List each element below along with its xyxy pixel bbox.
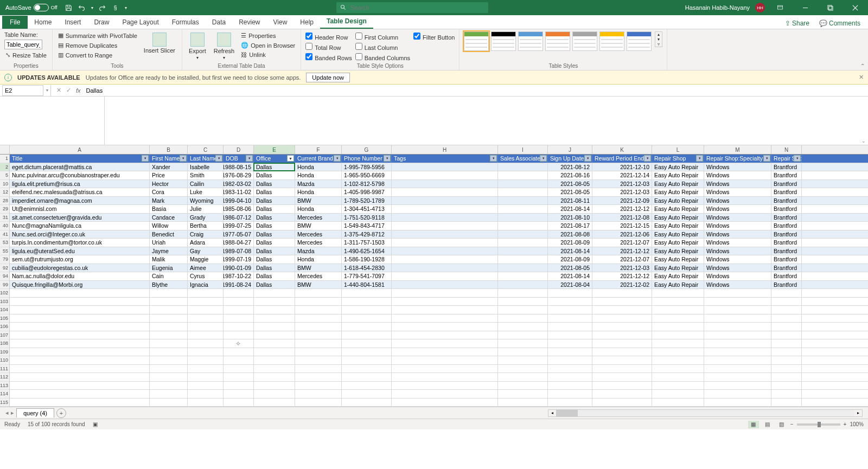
empty-cell[interactable] — [704, 289, 771, 297]
table-cell[interactable]: 2021-12-07 — [592, 255, 652, 264]
empty-cell[interactable] — [771, 348, 802, 356]
empty-cell[interactable] — [188, 289, 224, 297]
table-cell[interactable]: Mazda — [295, 180, 342, 188]
row-header[interactable]: 108 — [0, 339, 9, 348]
table-cell[interactable]: Brantford — [771, 255, 802, 264]
empty-cell[interactable] — [188, 399, 224, 407]
empty-cell[interactable] — [150, 298, 188, 306]
empty-cell[interactable] — [771, 382, 802, 390]
empty-cell[interactable] — [392, 348, 498, 356]
empty-cell[interactable] — [498, 348, 548, 356]
row-header[interactable]: 111 — [0, 365, 9, 374]
table-cell[interactable]: Windows — [704, 222, 771, 230]
table-cell[interactable]: 2021-08-05 — [548, 188, 592, 196]
name-box-dropdown-icon[interactable]: ▾ — [43, 85, 51, 96]
col-header[interactable]: M — [704, 145, 771, 154]
table-header-cell[interactable]: Current Brand▾ — [295, 155, 342, 163]
horizontal-scrollbar[interactable]: ◂ ▸ — [548, 409, 863, 417]
empty-cell[interactable] — [10, 356, 150, 364]
table-cell[interactable]: BMW — [295, 264, 342, 272]
table-cell[interactable]: 1999-04-10 — [224, 197, 254, 205]
unlink-button[interactable]: ⛓Unlink — [240, 51, 296, 59]
empty-cell[interactable] — [652, 289, 704, 297]
empty-cell[interactable] — [10, 339, 150, 348]
table-cell[interactable] — [498, 197, 548, 205]
table-cell[interactable]: 2021-08-17 — [548, 222, 592, 230]
table-cell[interactable]: Dallas — [254, 205, 295, 213]
col-header[interactable]: B — [150, 145, 188, 154]
table-cell[interactable]: Brantford — [771, 272, 802, 280]
table-cell[interactable]: Dallas — [254, 222, 295, 230]
empty-cell[interactable] — [592, 306, 652, 314]
table-cell[interactable]: Easy Auto Repair — [652, 222, 704, 230]
table-cell[interactable]: Hector — [150, 180, 188, 188]
table-cell[interactable]: Quisque.fringilla@Morbi.org — [10, 281, 150, 289]
empty-cell[interactable] — [548, 356, 592, 364]
table-cell[interactable]: 1-618-454-2830 — [342, 264, 392, 272]
table-cell[interactable] — [498, 205, 548, 213]
table-cell[interactable]: 1-586-190-1928 — [342, 255, 392, 264]
empty-cell[interactable] — [254, 323, 295, 331]
empty-cell[interactable] — [652, 356, 704, 364]
empty-cell[interactable] — [652, 331, 704, 339]
empty-cell[interactable] — [592, 314, 652, 323]
table-style-thumb[interactable] — [491, 31, 516, 51]
table-cell[interactable]: 2021-12-02 — [592, 281, 652, 289]
empty-cell[interactable] — [224, 306, 254, 314]
empty-cell[interactable] — [771, 339, 802, 348]
table-cell[interactable]: Isabelle — [188, 163, 224, 171]
table-cell[interactable]: 1986-07-12 — [224, 214, 254, 222]
table-cell[interactable]: 1-102-812-5798 — [342, 180, 392, 188]
empty-cell[interactable] — [188, 339, 224, 348]
table-cell[interactable]: Windows — [704, 214, 771, 222]
save-icon[interactable] — [65, 4, 73, 11]
col-header[interactable]: N — [771, 145, 802, 154]
filter-dropdown-icon[interactable]: ▾ — [644, 155, 651, 162]
table-cell[interactable]: Benedict — [150, 230, 188, 239]
table-cell[interactable]: Easy Auto Repair — [652, 180, 704, 188]
gallery-up-icon[interactable]: ▴ — [655, 32, 662, 37]
table-header-cell[interactable]: Repair Shop▾ — [771, 155, 802, 163]
empty-cell[interactable] — [392, 298, 498, 306]
table-cell[interactable]: Basia — [150, 205, 188, 213]
table-style-thumb[interactable] — [572, 31, 597, 51]
tab-draw[interactable]: Draw — [87, 16, 116, 29]
empty-cell[interactable] — [10, 390, 150, 398]
table-cell[interactable]: Brantford — [771, 214, 802, 222]
row-header[interactable]: 28 — [0, 197, 9, 205]
empty-cell[interactable] — [548, 298, 592, 306]
table-cell[interactable]: 1990-01-09 — [224, 264, 254, 272]
table-cell[interactable] — [392, 163, 498, 171]
empty-cell[interactable] — [224, 348, 254, 356]
empty-cell[interactable] — [548, 365, 592, 373]
empty-cell[interactable] — [592, 331, 652, 339]
scroll-right-icon[interactable]: ▸ — [854, 410, 862, 416]
table-cell[interactable]: Dallas — [254, 255, 295, 264]
table-cell[interactable]: Candace — [150, 214, 188, 222]
table-cell[interactable]: Easy Auto Repair — [652, 163, 704, 171]
table-cell[interactable]: 1-779-541-7097 — [342, 272, 392, 280]
empty-cell[interactable] — [392, 373, 498, 381]
table-cell[interactable]: 1999-07-25 — [224, 222, 254, 230]
zoom-level[interactable]: 100% — [850, 421, 864, 427]
empty-cell[interactable] — [548, 339, 592, 348]
empty-cell[interactable] — [498, 399, 548, 407]
empty-cell[interactable] — [224, 390, 254, 398]
table-cell[interactable]: Maggie — [188, 255, 224, 264]
table-styles-gallery[interactable] — [464, 31, 652, 51]
empty-cell[interactable] — [652, 348, 704, 356]
table-cell[interactable]: 2021-12-03 — [592, 180, 652, 188]
empty-cell[interactable] — [498, 289, 548, 297]
close-icon[interactable] — [845, 0, 865, 15]
table-cell[interactable] — [392, 222, 498, 230]
empty-cell[interactable] — [224, 314, 254, 323]
empty-cell[interactable] — [10, 382, 150, 390]
table-cell[interactable]: Brantford — [771, 163, 802, 171]
row-header[interactable]: 55 — [0, 247, 9, 256]
table-cell[interactable]: Bertha — [188, 222, 224, 230]
tab-table-design[interactable]: Table Design — [320, 15, 373, 29]
table-cell[interactable]: Brantford — [771, 188, 802, 196]
empty-cell[interactable] — [704, 356, 771, 364]
table-cell[interactable]: Easy Auto Repair — [652, 247, 704, 255]
table-cell[interactable]: Honda — [295, 163, 342, 171]
